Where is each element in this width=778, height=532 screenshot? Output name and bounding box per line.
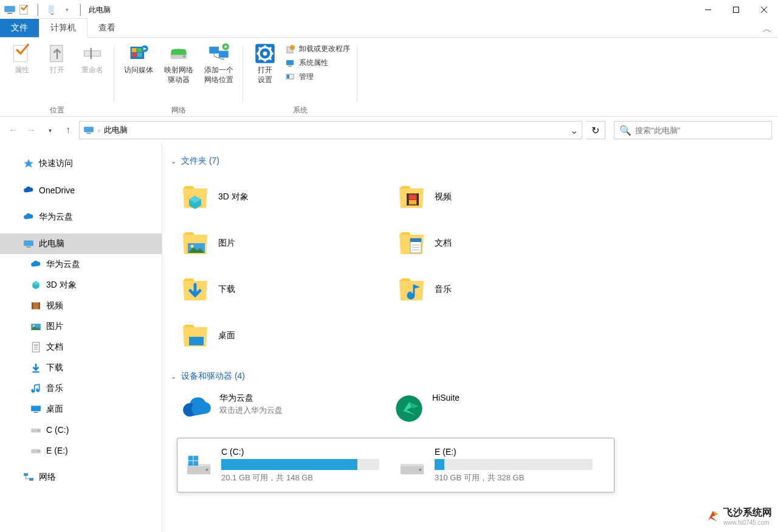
- svg-point-81: [408, 293, 415, 299]
- collapse-ribbon-icon[interactable]: ︿: [762, 23, 772, 36]
- svg-line-36: [269, 58, 271, 60]
- sidebar-quick-access[interactable]: 快速访问: [0, 153, 162, 174]
- music-folder-icon: [396, 274, 427, 305]
- address-bar[interactable]: › 此电脑 ⌄: [79, 121, 582, 139]
- address-dropdown-icon[interactable]: ⌄: [570, 125, 578, 136]
- properties-qat-icon[interactable]: [18, 4, 30, 16]
- add-location-icon: [208, 43, 230, 64]
- document-icon: [30, 342, 41, 353]
- drive-free-text: 20.1 GB 可用，共 148 GB: [221, 472, 393, 483]
- tab-view[interactable]: 查看: [88, 19, 126, 37]
- folder-item[interactable]: 音乐: [393, 266, 606, 313]
- sidebar-huawei-cloud[interactable]: 华为云盘: [0, 207, 162, 227]
- hisuite-icon: [393, 393, 425, 424]
- search-input[interactable]: [635, 126, 766, 135]
- svg-rect-3: [49, 5, 54, 13]
- folder-label: 3D 对象: [218, 192, 249, 202]
- map-drive-button[interactable]: 映射网络 驱动器: [159, 41, 198, 104]
- network-icon: [23, 472, 34, 483]
- open-settings-button[interactable]: 打开 设置: [248, 41, 282, 104]
- sidebar-item[interactable]: 华为云盘: [0, 254, 162, 275]
- sidebar-item[interactable]: 文档: [0, 337, 162, 358]
- properties-button[interactable]: 属性: [5, 41, 39, 104]
- svg-point-87: [206, 469, 208, 471]
- up-button[interactable]: ↑: [61, 123, 75, 137]
- folder-item[interactable]: 桌面: [177, 313, 390, 359]
- breadcrumb[interactable]: 此电脑: [104, 125, 128, 136]
- svg-rect-93: [401, 464, 424, 466]
- sidebar-item-label: E (E:): [46, 446, 68, 455]
- svg-rect-89: [193, 456, 198, 461]
- folder-item[interactable]: 视频: [393, 174, 606, 220]
- back-button[interactable]: ←: [6, 123, 21, 137]
- search-box[interactable]: 🔍: [614, 121, 772, 139]
- watermark-logo-icon: [706, 510, 720, 523]
- title-sep: │: [78, 4, 84, 15]
- cloud-icon: [30, 259, 41, 270]
- svg-rect-47: [24, 240, 33, 246]
- maximize-button[interactable]: [722, 0, 750, 19]
- folders-group-header[interactable]: ⌄文件夹 (7): [167, 153, 773, 169]
- open-button[interactable]: 打开: [40, 41, 74, 104]
- svg-rect-42: [288, 66, 292, 67]
- sidebar-item[interactable]: 3D 对象: [0, 275, 162, 295]
- refresh-button[interactable]: ↻: [586, 121, 605, 139]
- access-media-button[interactable]: 访问媒体: [119, 41, 158, 104]
- sidebar-this-pc[interactable]: 此电脑: [0, 233, 162, 254]
- svg-point-59: [32, 390, 35, 393]
- drive-item[interactable]: C (C:)20.1 GB 可用，共 148 GB: [182, 444, 396, 486]
- recent-dropdown[interactable]: ▾: [43, 123, 57, 137]
- sidebar-network[interactable]: 网络: [0, 467, 162, 488]
- svg-rect-44: [287, 75, 289, 78]
- system-properties-link[interactable]: 系统属性: [283, 57, 353, 69]
- folder-item[interactable]: 图片: [177, 220, 390, 266]
- sidebar-item-label: 桌面: [46, 404, 63, 415]
- svg-rect-41: [286, 60, 294, 65]
- navbar: ← → ▾ ↑ › 此电脑 ⌄ ↻ 🔍: [0, 117, 778, 143]
- device-item[interactable]: HiSuite: [390, 389, 602, 428]
- sidebar-item[interactable]: 桌面: [0, 399, 162, 420]
- devices-group-header[interactable]: ⌄设备和驱动器 (4): [167, 368, 773, 384]
- cloud-icon: [23, 185, 34, 196]
- folder-item[interactable]: 下载: [177, 266, 390, 313]
- svg-rect-14: [137, 48, 142, 52]
- svg-rect-88: [188, 456, 193, 461]
- dropdown-qat-icon[interactable]: [46, 4, 58, 16]
- svg-rect-90: [188, 461, 193, 466]
- uninstall-link[interactable]: 卸载或更改程序: [283, 43, 353, 55]
- ribbon-group-system: 打开 设置 卸载或更改程序 系统属性 管理 系统: [243, 41, 357, 116]
- pc-icon: [23, 238, 34, 249]
- drive-item[interactable]: E (E:)310 GB 可用，共 328 GB: [396, 444, 609, 486]
- video-folder-icon: [396, 181, 427, 213]
- sidebar-item[interactable]: 视频: [0, 295, 162, 316]
- chevron-down-icon[interactable]: ▾: [61, 4, 73, 16]
- rename-button[interactable]: 重命名: [75, 41, 109, 104]
- sidebar-item-label: C (C:): [46, 425, 69, 435]
- svg-rect-70: [407, 193, 408, 206]
- svg-rect-45: [84, 126, 94, 132]
- svg-rect-0: [4, 6, 15, 12]
- manage-link[interactable]: 管理: [283, 71, 353, 83]
- folder-item[interactable]: 3D 对象: [177, 174, 390, 220]
- sidebar-item[interactable]: 下载: [0, 358, 162, 378]
- close-button[interactable]: [750, 0, 778, 19]
- svg-rect-16: [137, 53, 142, 57]
- tab-computer[interactable]: 计算机: [39, 18, 88, 38]
- sidebar-item-label: 音乐: [46, 383, 63, 394]
- folder-label: 视频: [435, 192, 452, 202]
- sidebar-item[interactable]: C (C:): [0, 420, 162, 440]
- ribbon-group-network: 访问媒体 映射网络 驱动器 添加一个 网络位置 网络: [114, 41, 243, 116]
- minimize-button[interactable]: [694, 0, 722, 19]
- sidebar-item[interactable]: 图片: [0, 316, 162, 337]
- svg-rect-62: [34, 412, 38, 413]
- tab-file[interactable]: 文件: [0, 19, 39, 37]
- sidebar-item[interactable]: E (E:): [0, 440, 162, 461]
- add-location-button[interactable]: 添加一个 网络位置: [199, 41, 238, 104]
- svg-rect-73: [409, 200, 416, 204]
- forward-button[interactable]: →: [24, 123, 39, 137]
- device-item[interactable]: 华为云盘双击进入华为云盘: [177, 389, 390, 428]
- sidebar-onedrive[interactable]: OneDrive: [0, 180, 162, 201]
- sidebar-item-label: 华为云盘: [46, 259, 80, 270]
- sidebar-item[interactable]: 音乐: [0, 378, 162, 399]
- folder-item[interactable]: 文档: [393, 220, 606, 266]
